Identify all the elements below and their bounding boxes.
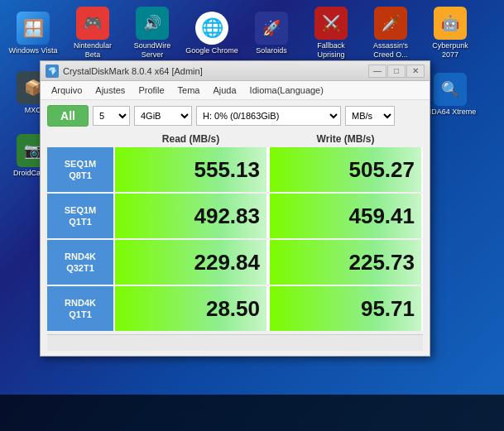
- read-value-rnd4k-q32t1: 229.84: [113, 240, 268, 285]
- window-title: CrystalDiskMark 8.0.4 x64 [Admin]: [63, 66, 364, 76]
- read-header: Read (MB/s): [113, 132, 268, 146]
- write-header: Write (MB/s): [268, 132, 423, 146]
- taskbar: [0, 395, 504, 431]
- write-value-seq1m-q8t1: 505.27: [268, 147, 423, 192]
- write-value-seq1m-q1t1: 459.41: [268, 194, 423, 238]
- toolbar-row: All 5 1 3 9 4GiB 1GiB 2GiB 8GiB 16GiB 32…: [47, 105, 423, 127]
- row-label-seq1m-q1t1: SEQ1M Q1T1: [47, 194, 113, 238]
- result-row-rnd4k-q32t1: RND4K Q32T1 229.84 225.73: [47, 240, 423, 285]
- desktop-icon-soundwire[interactable]: 🔊 SoundWire Server: [122, 3, 182, 63]
- menu-tema[interactable]: Tema: [171, 83, 207, 98]
- window-titlebar: 💎 CrystalDiskMark 8.0.4 x64 [Admin] — □ …: [41, 61, 430, 81]
- result-row-rnd4k-q1t1: RND4K Q1T1 28.50 95.71: [47, 286, 423, 331]
- app-icon: 💎: [46, 65, 59, 78]
- row-label-seq1m-q8t1: SEQ1M Q8T1: [47, 147, 113, 192]
- chrome-label: Google Chrome: [185, 46, 238, 55]
- desktop-icon-chrome[interactable]: 🌐 Google Chrome: [182, 3, 242, 63]
- drive-select[interactable]: H: 0% (0/1863GiB): [196, 106, 341, 126]
- write-value-rnd4k-q32t1: 225.73: [268, 240, 423, 285]
- menu-arquivo[interactable]: Arquivo: [45, 83, 89, 98]
- results-header: Read (MB/s) Write (MB/s): [47, 132, 423, 146]
- window-controls: — □ ✕: [368, 65, 425, 78]
- nintendular-icon: 🎮: [76, 7, 109, 40]
- result-row-seq1m-q8t1: SEQ1M Q8T1 555.13 505.27: [47, 147, 423, 192]
- row-label-rnd4k-q32t1: RND4K Q32T1: [47, 240, 113, 285]
- fallback-label: Fallback Uprising: [305, 41, 358, 60]
- desktop-icon-assassins[interactable]: 🗡️ Assassin's Creed O...: [361, 3, 420, 63]
- desktop-icon-fallback[interactable]: ⚔️ Fallback Uprising: [301, 3, 361, 63]
- vista-label: Windows Vista: [9, 46, 58, 55]
- all-button[interactable]: All: [47, 105, 89, 127]
- row-label-rnd4k-q1t1: RND4K Q1T1: [47, 286, 113, 331]
- maximize-button[interactable]: □: [387, 65, 406, 78]
- solaroids-icon: 🚀: [255, 12, 288, 45]
- read-value-rnd4k-q1t1: 28.50: [113, 286, 268, 331]
- vista-icon: 🪟: [17, 12, 50, 45]
- menu-ajuda[interactable]: Ajuda: [206, 83, 242, 98]
- aida-label: AIDA64 Xtreme: [425, 108, 477, 117]
- assassins-icon: 🗡️: [374, 7, 407, 40]
- cyberpunk-icon: 🤖: [434, 7, 467, 40]
- fallback-icon: ⚔️: [314, 7, 348, 40]
- size-select[interactable]: 4GiB 1GiB 2GiB 8GiB 16GiB 32GiB 64GiB: [134, 106, 192, 126]
- desktop-icon-solaroids[interactable]: 🚀 Solaroids: [242, 3, 301, 63]
- crystaldiskmark-window: 💎 CrystalDiskMark 8.0.4 x64 [Admin] — □ …: [40, 60, 430, 357]
- assassins-label: Assassin's Creed O...: [364, 41, 417, 60]
- cyberpunk-label: Cyberpunk 2077: [424, 41, 477, 60]
- menu-profile[interactable]: Profile: [132, 83, 170, 98]
- nintendular-label: Nintendular Beta: [66, 41, 119, 60]
- minimize-button[interactable]: —: [368, 65, 386, 78]
- result-row-seq1m-q1t1: SEQ1M Q1T1 492.83 459.41: [47, 194, 423, 238]
- unit-select[interactable]: MB/s GB/s IOPS μs: [345, 106, 395, 126]
- status-bar: [47, 334, 423, 351]
- window-content: All 5 1 3 9 4GiB 1GiB 2GiB 8GiB 16GiB 32…: [41, 100, 430, 356]
- solaroids-label: Solaroids: [256, 46, 287, 55]
- write-value-rnd4k-q1t1: 95.71: [268, 286, 423, 331]
- desktop-icon-cyberpunk[interactable]: 🤖 Cyberpunk 2077: [420, 3, 480, 63]
- menu-ajustes[interactable]: Ajustes: [89, 83, 132, 98]
- label-spacer: [47, 132, 113, 146]
- close-button[interactable]: ✕: [406, 65, 425, 78]
- desktop-icon-vista[interactable]: 🪟 Windows Vista: [3, 3, 63, 63]
- chrome-icon: 🌐: [195, 12, 228, 45]
- desktop-icon-nintendular[interactable]: 🎮 Nintendular Beta: [63, 3, 122, 63]
- count-select[interactable]: 5 1 3 9: [93, 106, 130, 126]
- menu-idioma[interactable]: Idioma(Language): [243, 83, 330, 98]
- aida-icon: 🔍: [434, 73, 467, 106]
- read-value-seq1m-q8t1: 555.13: [113, 147, 268, 192]
- desktop: 🪟 Windows Vista 🎮 Nintendular Beta 🔊 Sou…: [0, 0, 504, 431]
- soundwire-label: SoundWire Server: [126, 41, 179, 60]
- soundwire-icon: 🔊: [136, 7, 169, 40]
- read-value-seq1m-q1t1: 492.83: [113, 194, 268, 238]
- menu-bar: Arquivo Ajustes Profile Tema Ajuda Idiom…: [41, 81, 430, 100]
